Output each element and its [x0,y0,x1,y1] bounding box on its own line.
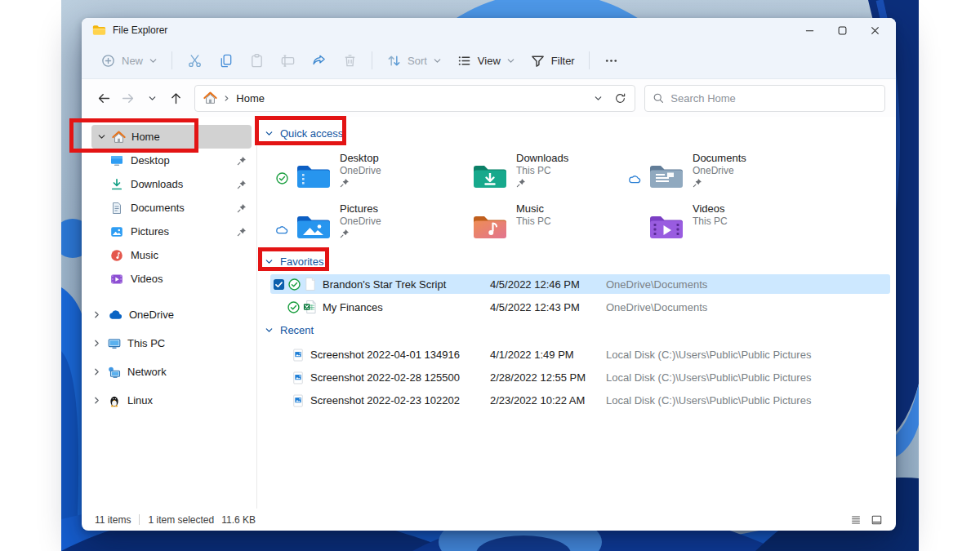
view-button[interactable]: View [449,48,523,73]
sidebar-drives-group: OneDriveThis PCNetworkLinux [82,300,256,415]
desktop-icon [110,154,123,167]
sidebar-item-label: Linux [127,394,153,407]
recent-locations-button[interactable] [140,86,164,110]
sidebar-item-linux[interactable]: Linux [82,386,256,415]
command-bar: New Sort View Filter [82,42,896,79]
refresh-icon[interactable] [614,92,626,104]
recent-row-screenshot-2022-04-01-134916[interactable]: Screenshot 2022-04-01 1349164/1/2022 1:4… [270,345,890,364]
quick-access-tile-pictures[interactable]: PicturesOneDrive [274,201,450,247]
view-button-label: View [478,55,501,67]
sidebar-item-documents[interactable]: Documents [82,196,256,220]
tile-location: OneDrive [340,165,381,177]
file-location: Local Disk (C:)\Users\Public\Public Pict… [606,394,890,407]
search-input[interactable] [670,92,877,104]
up-button[interactable] [164,86,188,110]
network-icon [108,366,121,379]
new-button[interactable]: New [93,48,165,73]
tile-location: OneDrive [693,165,746,177]
quick-access-tile-documents[interactable]: DocumentsOneDrive [626,150,847,196]
quick-access-header[interactable]: Quick access [265,125,896,141]
file-location: Local Disk (C:)\Users\Public\Public Pict… [606,349,890,361]
sidebar-item-network[interactable]: Network [82,358,256,386]
pictures-icon [110,225,123,238]
chev-right-icon [92,310,101,319]
address-dropdown-icon[interactable] [594,94,603,103]
share-button[interactable] [303,47,334,73]
forward-button[interactable] [116,86,140,110]
close-button[interactable] [858,19,891,42]
recent-header[interactable]: Recent [265,322,896,338]
address-bar[interactable]: Home [194,85,635,112]
forward-arrow-icon [121,91,135,105]
paste-button[interactable] [241,47,272,73]
sidebar-item-this-pc[interactable]: This PC [82,329,256,358]
favorites-row-brandon-s-star-trek-script[interactable]: Brandon's Star Trek Script4/5/2022 12:46… [270,274,890,294]
file-name: Screenshot 2022-04-01 134916 [310,349,490,361]
file-explorer-window: File Explorer New Sort View [82,18,896,531]
search-box[interactable] [644,85,885,112]
music-folder-icon [472,201,508,247]
home-icon [203,91,217,104]
sort-button[interactable]: Sort [379,48,449,73]
delete-button[interactable] [334,47,365,73]
more-options-button[interactable] [596,47,627,73]
tile-location: This PC [693,216,728,228]
quick-access-tile-videos[interactable]: VideosThis PC [626,201,847,247]
cloud-icon [628,161,642,196]
favorites-row-my-finances[interactable]: My Finances4/5/2022 12:43 PMOneDrive\Doc… [270,297,890,317]
image-file-icon [292,371,304,384]
chevron-down-icon [506,56,515,65]
filter-button[interactable]: Filter [523,48,582,73]
row-icons [270,394,310,407]
breadcrumb-home[interactable]: Home [236,92,265,104]
sidebar-item-onedrive[interactable]: OneDrive [82,300,256,329]
quick-access-tile-downloads[interactable]: DownloadsThis PC [450,150,626,196]
tile-name: Documents [693,151,746,165]
sidebar-item-videos[interactable]: Videos [82,267,256,291]
minimize-button[interactable] [793,19,826,42]
tile-status [274,150,290,196]
sidebar-item-label: Network [127,366,167,378]
navigation-bar: Home [82,79,896,117]
file-date: 4/5/2022 12:43 PM [490,301,606,313]
recent-row-screenshot-2022-02-23-102202[interactable]: Screenshot 2022-02-23 1022022/23/2022 10… [270,391,890,410]
maximize-button[interactable] [826,19,858,42]
music-icon [110,249,123,262]
recent-list: Screenshot 2022-04-01 1349164/1/2022 1:4… [270,345,890,410]
back-button[interactable] [92,86,116,110]
thispc-icon [108,337,121,350]
sort-arrows-icon [386,53,402,69]
sidebar-item-downloads[interactable]: Downloads [82,172,256,196]
toolbar-divider [172,51,172,69]
cut-button[interactable] [179,47,210,73]
items-view: Quick access DesktopOneDriveDownloadsThi… [257,117,896,509]
chev-right-icon [92,396,101,405]
favorites-header[interactable]: Favorites [265,253,896,269]
file-name: Screenshot 2022-02-28 125500 [310,371,490,384]
file-location: OneDrive\Documents [606,278,890,291]
file-name: My Finances [323,301,490,313]
sidebar-item-label: This PC [127,337,165,349]
onedrive-icon [108,309,122,320]
image-file-icon [292,394,304,407]
recent-row-screenshot-2022-02-28-125500[interactable]: Screenshot 2022-02-28 1255002/28/2022 12… [270,368,890,387]
file-name: Screenshot 2022-02-23 102202 [310,394,490,407]
pictures-folder-icon [296,201,332,247]
downloads-icon [110,178,123,191]
sidebar-item-music[interactable]: Music [82,243,256,267]
sidebar-item-label: Videos [131,273,163,285]
large-icons-view-button[interactable] [871,514,883,526]
scissors-icon [187,53,203,69]
copy-button[interactable] [210,47,241,73]
tile-status [626,150,643,196]
file-name: Brandon's Star Trek Script [323,278,490,291]
row-icons [270,349,310,362]
rename-button[interactable] [272,47,303,73]
sidebar-item-pictures[interactable]: Pictures [82,220,256,243]
image-file-icon [292,349,304,362]
quick-access-tile-music[interactable]: MusicThis PC [450,201,626,247]
chevron-down-icon [433,56,442,65]
details-view-button[interactable] [850,514,862,526]
excel-file-icon [303,300,316,314]
quick-access-tile-desktop[interactable]: DesktopOneDrive [274,150,450,196]
